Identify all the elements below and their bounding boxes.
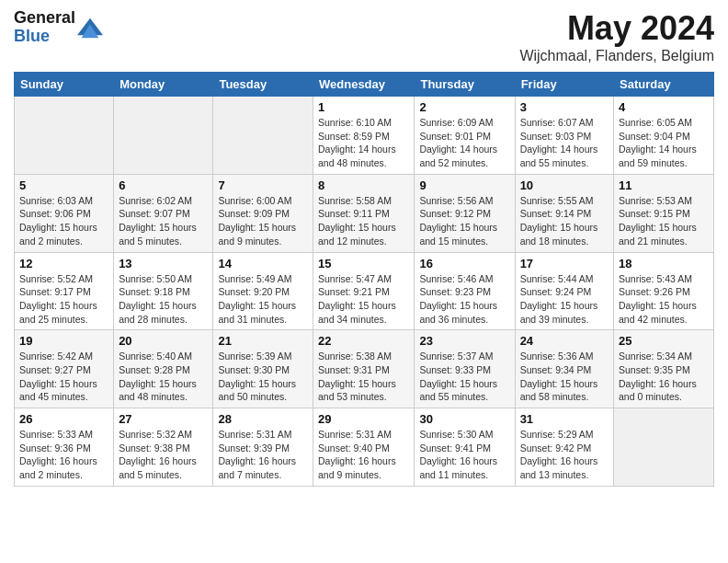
sunset-text: Sunset: 9:14 PM bbox=[520, 208, 592, 219]
calendar-cell: 23Sunrise: 5:37 AMSunset: 9:33 PMDayligh… bbox=[415, 330, 515, 408]
sunrise-text: Sunrise: 5:46 AM bbox=[419, 273, 493, 284]
sunrise-text: Sunrise: 6:02 AM bbox=[119, 195, 192, 206]
daylight-text: Daylight: 15 hours and 50 minutes. bbox=[218, 378, 296, 403]
daylight-text: Daylight: 16 hours and 9 minutes. bbox=[318, 455, 396, 480]
col-friday: Friday bbox=[515, 73, 613, 97]
calendar-cell: 2Sunrise: 6:09 AMSunset: 9:01 PMDaylight… bbox=[415, 97, 515, 175]
daylight-text: Daylight: 15 hours and 36 minutes. bbox=[419, 300, 497, 325]
calendar-body: 1Sunrise: 6:10 AMSunset: 8:59 PMDaylight… bbox=[15, 97, 714, 487]
sunset-text: Sunset: 8:59 PM bbox=[318, 131, 390, 142]
month-year-title: May 2024 bbox=[519, 9, 714, 48]
day-info: Sunrise: 5:44 AMSunset: 9:24 PMDaylight:… bbox=[520, 272, 609, 327]
daylight-text: Daylight: 16 hours and 11 minutes. bbox=[419, 455, 497, 480]
sunrise-text: Sunrise: 6:10 AM bbox=[318, 117, 392, 128]
daylight-text: Daylight: 14 hours and 48 minutes. bbox=[318, 144, 396, 168]
daylight-text: Daylight: 15 hours and 34 minutes. bbox=[318, 300, 396, 325]
day-info: Sunrise: 6:00 AMSunset: 9:09 PMDaylight:… bbox=[218, 194, 308, 248]
day-number: 29 bbox=[318, 412, 409, 426]
sunrise-text: Sunrise: 6:00 AM bbox=[218, 195, 291, 206]
calendar-cell bbox=[614, 408, 714, 487]
sunset-text: Sunset: 9:24 PM bbox=[520, 286, 592, 297]
sunset-text: Sunset: 9:23 PM bbox=[419, 286, 491, 297]
calendar-cell: 7Sunrise: 6:00 AMSunset: 9:09 PMDaylight… bbox=[213, 174, 313, 252]
sunset-text: Sunset: 9:12 PM bbox=[419, 208, 491, 219]
day-info: Sunrise: 6:02 AMSunset: 9:07 PMDaylight:… bbox=[119, 194, 208, 248]
sunset-text: Sunset: 9:38 PM bbox=[119, 442, 190, 454]
sunset-text: Sunset: 9:17 PM bbox=[19, 286, 91, 297]
day-info: Sunrise: 5:53 AMSunset: 9:15 PMDaylight:… bbox=[619, 194, 709, 248]
day-info: Sunrise: 5:40 AMSunset: 9:28 PMDaylight:… bbox=[119, 350, 208, 404]
day-number: 5 bbox=[19, 178, 108, 192]
sunrise-text: Sunrise: 5:55 AM bbox=[520, 195, 594, 206]
day-info: Sunrise: 5:56 AMSunset: 9:12 PMDaylight:… bbox=[419, 194, 509, 248]
sunset-text: Sunset: 9:03 PM bbox=[520, 131, 592, 142]
day-info: Sunrise: 5:52 AMSunset: 9:17 PMDaylight:… bbox=[19, 272, 108, 327]
day-number: 3 bbox=[520, 100, 609, 114]
daylight-text: Daylight: 15 hours and 18 minutes. bbox=[520, 222, 598, 247]
calendar-cell: 6Sunrise: 6:02 AMSunset: 9:07 PMDaylight… bbox=[114, 174, 213, 252]
sunrise-text: Sunrise: 6:05 AM bbox=[619, 117, 692, 128]
sunrise-text: Sunrise: 5:49 AM bbox=[218, 273, 291, 284]
sunset-text: Sunset: 9:18 PM bbox=[119, 286, 190, 297]
daylight-text: Daylight: 15 hours and 28 minutes. bbox=[119, 300, 197, 325]
title-block: May 2024 Wijchmaal, Flanders, Belgium bbox=[519, 9, 714, 64]
calendar-cell: 9Sunrise: 5:56 AMSunset: 9:12 PMDaylight… bbox=[415, 174, 515, 252]
location-subtitle: Wijchmaal, Flanders, Belgium bbox=[519, 48, 714, 64]
sunrise-text: Sunrise: 5:42 AM bbox=[19, 350, 93, 362]
sunset-text: Sunset: 9:09 PM bbox=[218, 208, 290, 219]
day-info: Sunrise: 5:58 AMSunset: 9:11 PMDaylight:… bbox=[318, 194, 409, 248]
sunset-text: Sunset: 9:21 PM bbox=[318, 286, 390, 297]
day-number: 22 bbox=[318, 334, 409, 348]
daylight-text: Daylight: 16 hours and 7 minutes. bbox=[218, 455, 296, 480]
day-info: Sunrise: 5:36 AMSunset: 9:34 PMDaylight:… bbox=[520, 350, 609, 404]
daylight-text: Daylight: 15 hours and 25 minutes. bbox=[19, 300, 97, 325]
daylight-text: Daylight: 16 hours and 2 minutes. bbox=[19, 455, 97, 480]
day-number: 25 bbox=[619, 334, 709, 348]
calendar-table: Sunday Monday Tuesday Wednesday Thursday… bbox=[14, 72, 714, 487]
day-number: 20 bbox=[119, 334, 208, 348]
sunset-text: Sunset: 9:11 PM bbox=[318, 208, 390, 219]
daylight-text: Daylight: 15 hours and 15 minutes. bbox=[419, 222, 497, 247]
day-number: 21 bbox=[218, 334, 308, 348]
calendar-cell: 31Sunrise: 5:29 AMSunset: 9:42 PMDayligh… bbox=[515, 408, 613, 487]
sunset-text: Sunset: 9:28 PM bbox=[119, 364, 190, 375]
day-number: 27 bbox=[119, 412, 208, 426]
daylight-text: Daylight: 16 hours and 5 minutes. bbox=[119, 455, 197, 480]
day-info: Sunrise: 5:34 AMSunset: 9:35 PMDaylight:… bbox=[619, 350, 709, 404]
day-number: 10 bbox=[520, 178, 609, 192]
sunset-text: Sunset: 9:20 PM bbox=[218, 286, 290, 297]
sunset-text: Sunset: 9:27 PM bbox=[19, 364, 91, 375]
sunrise-text: Sunrise: 5:31 AM bbox=[218, 429, 291, 440]
day-info: Sunrise: 5:32 AMSunset: 9:38 PMDaylight:… bbox=[119, 428, 208, 482]
day-info: Sunrise: 5:33 AMSunset: 9:36 PMDaylight:… bbox=[19, 428, 108, 482]
sunset-text: Sunset: 9:41 PM bbox=[419, 442, 491, 454]
calendar-week-row: 12Sunrise: 5:52 AMSunset: 9:17 PMDayligh… bbox=[15, 252, 714, 330]
col-tuesday: Tuesday bbox=[213, 73, 313, 97]
sunrise-text: Sunrise: 5:53 AM bbox=[619, 195, 692, 206]
col-sunday: Sunday bbox=[15, 73, 114, 97]
calendar-cell bbox=[114, 97, 213, 175]
day-info: Sunrise: 5:30 AMSunset: 9:41 PMDaylight:… bbox=[419, 428, 509, 482]
sunrise-text: Sunrise: 5:31 AM bbox=[318, 429, 392, 440]
calendar-cell: 8Sunrise: 5:58 AMSunset: 9:11 PMDaylight… bbox=[313, 174, 415, 252]
daylight-text: Daylight: 14 hours and 52 minutes. bbox=[419, 144, 497, 168]
day-info: Sunrise: 5:42 AMSunset: 9:27 PMDaylight:… bbox=[19, 350, 108, 404]
calendar-cell: 4Sunrise: 6:05 AMSunset: 9:04 PMDaylight… bbox=[614, 97, 714, 175]
col-wednesday: Wednesday bbox=[313, 73, 415, 97]
sunrise-text: Sunrise: 5:40 AM bbox=[119, 350, 192, 362]
daylight-text: Daylight: 15 hours and 58 minutes. bbox=[520, 378, 598, 403]
calendar-week-row: 1Sunrise: 6:10 AMSunset: 8:59 PMDaylight… bbox=[15, 97, 714, 175]
daylight-text: Daylight: 15 hours and 48 minutes. bbox=[119, 378, 197, 403]
calendar-header: Sunday Monday Tuesday Wednesday Thursday… bbox=[15, 73, 714, 97]
sunrise-text: Sunrise: 5:39 AM bbox=[218, 350, 291, 362]
daylight-text: Daylight: 15 hours and 55 minutes. bbox=[419, 378, 497, 403]
calendar-cell: 20Sunrise: 5:40 AMSunset: 9:28 PMDayligh… bbox=[114, 330, 213, 408]
sunrise-text: Sunrise: 6:09 AM bbox=[419, 117, 493, 128]
day-number: 30 bbox=[419, 412, 509, 426]
page-header: General Blue May 2024 Wijchmaal, Flander… bbox=[14, 9, 714, 64]
sunrise-text: Sunrise: 5:32 AM bbox=[119, 429, 192, 440]
daylight-text: Daylight: 15 hours and 42 minutes. bbox=[619, 300, 697, 325]
day-info: Sunrise: 5:49 AMSunset: 9:20 PMDaylight:… bbox=[218, 272, 308, 327]
day-number: 7 bbox=[218, 178, 308, 192]
calendar-cell: 15Sunrise: 5:47 AMSunset: 9:21 PMDayligh… bbox=[313, 252, 415, 330]
